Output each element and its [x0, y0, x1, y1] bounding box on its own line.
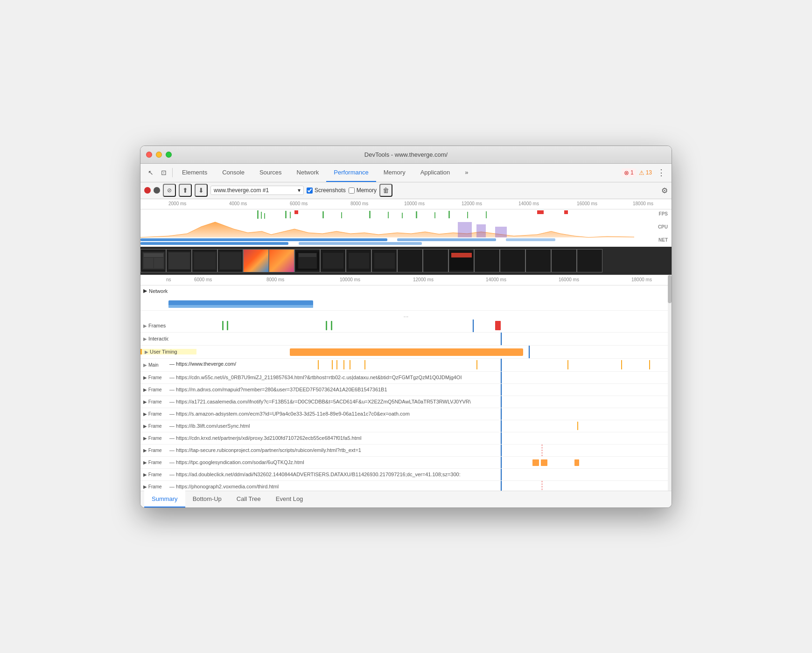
- screenshot-thumb[interactable]: [320, 249, 346, 272]
- screenshot-thumb[interactable]: [217, 249, 243, 272]
- more-icon[interactable]: ⋮: [655, 166, 668, 179]
- cursor-icon[interactable]: ↖: [144, 166, 157, 179]
- frame-row-4[interactable]: ▶ Frame — https://s.amazon-adsystem.com/…: [140, 408, 672, 420]
- time-mark-14000: 14000 ms: [486, 277, 506, 282]
- screenshots-strip: [140, 247, 672, 275]
- frame-row-9[interactable]: ▶ Frame — https://ad.doubleclick.net/ddm…: [140, 469, 672, 481]
- screenshots-checkbox-label[interactable]: Screenshots: [307, 187, 346, 194]
- maximize-button[interactable]: [166, 152, 172, 158]
- screenshot-thumb[interactable]: [243, 249, 269, 272]
- user-timing-content: [196, 346, 672, 358]
- blue-cursor-line: [501, 396, 502, 408]
- screenshot-thumb[interactable]: [500, 249, 525, 272]
- tab-call-tree[interactable]: Call Tree: [229, 491, 268, 507]
- frame-row-7[interactable]: ▶ Frame — https://tap-secure.rubiconproj…: [140, 445, 672, 457]
- screenshot-thumb[interactable]: [346, 249, 371, 272]
- main-tick: [343, 360, 344, 369]
- blue-cursor-line: [501, 420, 502, 432]
- frame-row-8[interactable]: ▶ Frame — https://tpc.googlesyndication.…: [140, 457, 672, 469]
- screenshot-thumb[interactable]: [551, 249, 577, 272]
- trash-button[interactable]: 🗑: [379, 184, 392, 197]
- blue-cursor-line: [501, 359, 502, 371]
- svg-rect-18: [458, 222, 472, 237]
- main-row[interactable]: ▶ Main — https://www.theverge.com/: [140, 359, 672, 372]
- reload-record-button[interactable]: [154, 187, 160, 194]
- screenshot-thumb[interactable]: [371, 249, 397, 272]
- record-button[interactable]: [144, 187, 151, 194]
- frame-bar-8a: [532, 459, 539, 466]
- screenshot-thumb[interactable]: [294, 249, 320, 272]
- tab-summary[interactable]: Summary: [144, 491, 185, 507]
- stop-button[interactable]: ⊘: [163, 184, 176, 197]
- blue-cursor-line: [501, 408, 502, 420]
- upload-button[interactable]: ⬆: [179, 184, 192, 197]
- memory-label: Memory: [357, 187, 377, 194]
- interactions-row[interactable]: ▶ Interactions: [140, 333, 672, 346]
- layers-icon[interactable]: ⊡: [157, 166, 170, 179]
- svg-rect-46: [501, 251, 525, 270]
- frame-row-6[interactable]: ▶ Frame — https://cdn.krxd.net/partnerjs…: [140, 432, 672, 445]
- tab-application[interactable]: Application: [413, 163, 458, 182]
- memory-checkbox-label[interactable]: Memory: [349, 187, 377, 194]
- close-button[interactable]: [146, 152, 152, 158]
- tab-network[interactable]: Network: [289, 163, 327, 182]
- main-tick: [364, 360, 365, 369]
- frame-row-1[interactable]: ▶ Frame — https://cdn.w55c.net/i/s_0RB7U…: [140, 372, 672, 384]
- frame-row-3[interactable]: ▶ Frame — https://a1721.casalemedia.com/…: [140, 396, 672, 408]
- svg-rect-7: [369, 211, 371, 218]
- frame-row-2[interactable]: ▶ Frame — https://m.adnxs.com/mapuid?mem…: [140, 384, 672, 396]
- tab-bottom-up[interactable]: Bottom-Up: [185, 491, 229, 507]
- tab-sources[interactable]: Sources: [252, 163, 289, 182]
- frames-arrow: ▶: [143, 323, 147, 328]
- download-button[interactable]: ⬇: [195, 184, 208, 197]
- screenshot-thumb[interactable]: [269, 249, 294, 272]
- user-timing-row[interactable]: ▶ User Timing: [140, 346, 672, 359]
- screenshot-thumb[interactable]: [166, 249, 192, 272]
- svg-rect-42: [424, 251, 448, 270]
- frame-label-7: ▶ Frame: [140, 448, 168, 453]
- screenshot-thumb[interactable]: [140, 249, 166, 272]
- scrollbar-track[interactable]: [668, 275, 672, 491]
- tab-memory[interactable]: Memory: [376, 163, 413, 182]
- cpu-svg: [140, 220, 634, 238]
- screenshot-thumb[interactable]: [474, 249, 500, 272]
- warning-count[interactable]: ⚠ 13: [639, 169, 652, 176]
- screenshot-thumb[interactable]: [448, 249, 474, 272]
- tab-event-log[interactable]: Event Log: [268, 491, 311, 507]
- settings-button[interactable]: ⚙: [661, 186, 668, 195]
- svg-rect-16: [537, 210, 544, 214]
- memory-checkbox[interactable]: [349, 188, 355, 194]
- network-arrow: ▶: [143, 288, 147, 294]
- frames-row[interactable]: ▶ Frames: [140, 320, 672, 333]
- screenshot-thumb[interactable]: [192, 249, 217, 272]
- frame-tick-5a: [577, 422, 578, 430]
- tab-more[interactable]: »: [457, 163, 476, 182]
- frame-row-5[interactable]: ▶ Frame — https://ib.3lift.com/userSync.…: [140, 420, 672, 432]
- ruler-mark-6: 12000 ms: [462, 201, 482, 206]
- blue-cursor-line: [501, 372, 502, 383]
- screenshot-thumb[interactable]: [397, 249, 423, 272]
- scrollbar-thumb[interactable]: [668, 275, 672, 303]
- screenshot-thumb[interactable]: [423, 249, 448, 272]
- network-row-label[interactable]: ▶ Network: [140, 285, 672, 297]
- tab-elements[interactable]: Elements: [175, 163, 215, 182]
- frame-url-10: — https://phonograph2.voxmedia.com/third…: [169, 484, 279, 489]
- error-count[interactable]: ⊗ 1: [622, 168, 636, 177]
- tab-console[interactable]: Console: [215, 163, 252, 182]
- frame-label-6: ▶ Frame: [140, 436, 168, 441]
- screenshot-thumb[interactable]: [577, 249, 602, 272]
- time-ruler-secondary: ns 6000 ms 8000 ms 10000 ms 12000 ms 140…: [140, 275, 672, 285]
- url-selector[interactable]: www.theverge.com #1 ▾: [210, 186, 304, 195]
- screenshot-thumb[interactable]: [525, 249, 551, 272]
- tab-performance[interactable]: Performance: [326, 163, 376, 182]
- main-arrow: ▶: [143, 362, 147, 368]
- frame-row-10[interactable]: ▶ Frame — https://phonograph2.voxmedia.c…: [140, 481, 672, 491]
- frame-url-7: — https://tap-secure.rubiconproject.com/…: [169, 447, 361, 453]
- net-bars: [140, 237, 634, 246]
- svg-rect-34: [299, 253, 316, 257]
- screenshots-checkbox[interactable]: [307, 188, 313, 194]
- minimize-button[interactable]: [156, 152, 162, 158]
- nav-toolbar: ↖ ⊡ Elements Console Sources Network Per…: [140, 164, 672, 182]
- main-tick: [318, 360, 319, 369]
- svg-rect-47: [527, 251, 550, 270]
